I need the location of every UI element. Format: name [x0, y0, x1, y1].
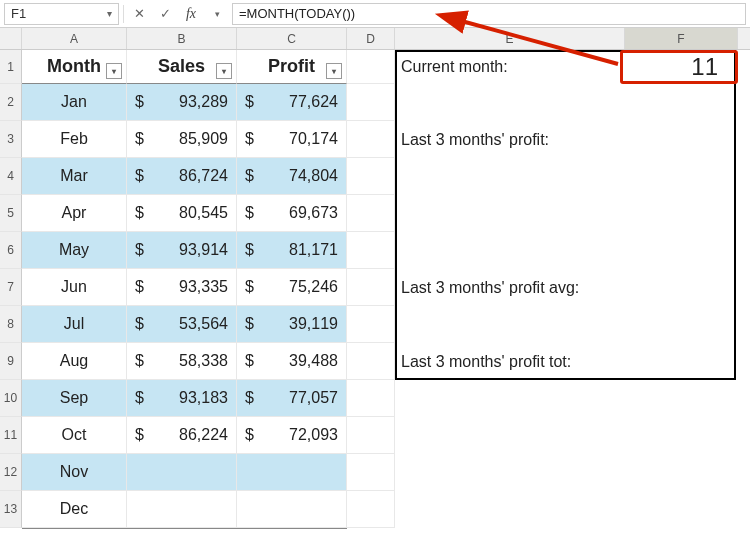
cell-profit[interactable]: $39,488: [237, 343, 347, 380]
cell-month[interactable]: Apr: [22, 195, 127, 232]
row-header[interactable]: 10: [0, 380, 22, 417]
cell-profit[interactable]: $75,246: [237, 269, 347, 306]
chevron-down-icon[interactable]: ▾: [206, 3, 228, 25]
cell-value[interactable]: [625, 417, 738, 454]
cell-month[interactable]: Mar: [22, 158, 127, 195]
table-bottom-border: [22, 528, 347, 529]
cell-blank[interactable]: [347, 454, 395, 491]
cell-blank[interactable]: [347, 343, 395, 380]
cell-profit[interactable]: $74,804: [237, 158, 347, 195]
cell-sales[interactable]: $93,183: [127, 380, 237, 417]
name-box-value: F1: [11, 6, 26, 21]
cell-profit[interactable]: $77,057: [237, 380, 347, 417]
cell-sales[interactable]: $80,545: [127, 195, 237, 232]
cell-profit[interactable]: $81,171: [237, 232, 347, 269]
cell-d1[interactable]: [347, 50, 395, 84]
divider: [123, 5, 124, 23]
cell-month[interactable]: May: [22, 232, 127, 269]
accept-icon[interactable]: ✓: [154, 3, 176, 25]
column-header-f[interactable]: F: [625, 28, 738, 49]
row-header[interactable]: 8: [0, 306, 22, 343]
row-header[interactable]: 1: [0, 50, 22, 84]
row-header[interactable]: 7: [0, 269, 22, 306]
chevron-down-icon[interactable]: ▾: [107, 8, 112, 19]
column-header-d[interactable]: D: [347, 28, 395, 49]
row-header[interactable]: 4: [0, 158, 22, 195]
cell-blank[interactable]: [347, 491, 395, 528]
select-all-corner[interactable]: [0, 28, 22, 49]
cell-profit[interactable]: $72,093: [237, 417, 347, 454]
column-header-c[interactable]: C: [237, 28, 347, 49]
cell-month[interactable]: Nov: [22, 454, 127, 491]
cell-sales[interactable]: $86,724: [127, 158, 237, 195]
row-header[interactable]: 5: [0, 195, 22, 232]
cancel-icon[interactable]: ✕: [128, 3, 150, 25]
formula-bar: F1 ▾ ✕ ✓ fx ▾ =MONTH(TODAY()): [0, 0, 750, 28]
formula-input[interactable]: =MONTH(TODAY()): [232, 3, 746, 25]
row-header[interactable]: 3: [0, 121, 22, 158]
cell-month[interactable]: Dec: [22, 491, 127, 528]
cell-blank[interactable]: [347, 195, 395, 232]
cell-label[interactable]: [395, 454, 625, 491]
filter-icon[interactable]: ▾: [106, 63, 122, 79]
row-header[interactable]: 6: [0, 232, 22, 269]
cell-blank[interactable]: [347, 417, 395, 454]
row-header[interactable]: 12: [0, 454, 22, 491]
cell-label[interactable]: [395, 380, 625, 417]
row-header[interactable]: 9: [0, 343, 22, 380]
fx-icon[interactable]: fx: [180, 3, 202, 25]
worksheet: A B C D E F 1 Month ▾ Sales ▾ Profit ▾ C…: [0, 28, 750, 528]
cell-profit[interactable]: $69,673: [237, 195, 347, 232]
cell-sales[interactable]: $86,224: [127, 417, 237, 454]
cell-month[interactable]: Sep: [22, 380, 127, 417]
cell-profit[interactable]: [237, 454, 347, 491]
cell-label[interactable]: [395, 491, 625, 528]
cell-blank[interactable]: [347, 121, 395, 158]
column-header-b[interactable]: B: [127, 28, 237, 49]
table-row: 11Oct$86,224$72,093: [0, 417, 750, 454]
cell-label[interactable]: [395, 417, 625, 454]
cell-sales[interactable]: $58,338: [127, 343, 237, 380]
column-header-e[interactable]: E: [395, 28, 625, 49]
cell-sales[interactable]: [127, 454, 237, 491]
header-month[interactable]: Month ▾: [22, 50, 127, 84]
cell-sales[interactable]: $53,564: [127, 306, 237, 343]
cell-value[interactable]: [625, 491, 738, 528]
selection-outline: [395, 50, 736, 380]
cell-profit[interactable]: $39,119: [237, 306, 347, 343]
column-header-a[interactable]: A: [22, 28, 127, 49]
cell-sales[interactable]: $85,909: [127, 121, 237, 158]
cell-month[interactable]: Jun: [22, 269, 127, 306]
table-row: 12Nov: [0, 454, 750, 491]
filter-icon[interactable]: ▾: [216, 63, 232, 79]
header-profit[interactable]: Profit ▾: [237, 50, 347, 84]
cell-month[interactable]: Oct: [22, 417, 127, 454]
filter-icon[interactable]: ▾: [326, 63, 342, 79]
row-header[interactable]: 11: [0, 417, 22, 454]
cell-value[interactable]: [625, 454, 738, 491]
cell-month[interactable]: Jul: [22, 306, 127, 343]
cell-sales[interactable]: [127, 491, 237, 528]
cell-profit[interactable]: $77,624: [237, 84, 347, 121]
cell-blank[interactable]: [347, 306, 395, 343]
cell-month[interactable]: Aug: [22, 343, 127, 380]
cell-profit[interactable]: [237, 491, 347, 528]
header-sales[interactable]: Sales ▾: [127, 50, 237, 84]
cell-blank[interactable]: [347, 380, 395, 417]
formula-text: =MONTH(TODAY()): [239, 6, 355, 21]
cell-month[interactable]: Jan: [22, 84, 127, 121]
cell-sales[interactable]: $93,914: [127, 232, 237, 269]
cell-blank[interactable]: [347, 232, 395, 269]
row-header[interactable]: 2: [0, 84, 22, 121]
cell-sales[interactable]: $93,335: [127, 269, 237, 306]
cell-blank[interactable]: [347, 84, 395, 121]
row-header[interactable]: 13: [0, 491, 22, 528]
table-row: 13Dec: [0, 491, 750, 528]
cell-blank[interactable]: [347, 269, 395, 306]
cell-blank[interactable]: [347, 158, 395, 195]
cell-sales[interactable]: $93,289: [127, 84, 237, 121]
cell-profit[interactable]: $70,174: [237, 121, 347, 158]
cell-month[interactable]: Feb: [22, 121, 127, 158]
cell-value[interactable]: [625, 380, 738, 417]
name-box[interactable]: F1 ▾: [4, 3, 119, 25]
